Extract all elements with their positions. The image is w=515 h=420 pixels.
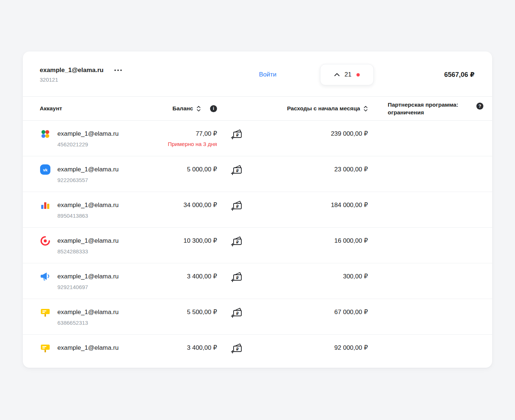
account-email: example_1@elama.ru [57,236,119,245]
account-balance: 5 000,00 ₽ [161,165,217,174]
account-id: 6386652313 [57,320,119,326]
wallet-topup-icon[interactable]: ₽ [230,342,244,356]
account-id: 8950413863 [57,213,119,219]
question-icon[interactable]: ? [476,103,483,110]
account-email: example_1@elama.ru [57,165,119,174]
wallet-topup-icon[interactable]: ₽ [230,306,244,320]
svg-text:₽: ₽ [236,347,239,351]
svg-text:₽: ₽ [236,312,239,316]
partner-restrictions [368,201,483,220]
svg-text:₽: ₽ [236,133,239,137]
svg-text:₽: ₽ [236,204,239,209]
account-expenses: 92 000,00 ₽ [258,344,368,360]
account-email: example_1@elama.ru [57,201,119,210]
account-row[interactable]: vk example_1@elama.ru 9222063557 5 000,0… [23,156,492,192]
account-row[interactable]: example_1@elama.ru 6386652313 5 500,00 ₽… [23,299,492,335]
account-row[interactable]: example_1@elama.ru 4562021229 77,00 ₽ Пр… [23,121,492,156]
user-id: 320121 [40,76,161,83]
sort-arrows-icon[interactable] [196,106,201,112]
account-expenses: 16 000,00 ₽ [258,236,368,256]
wallet-topup-icon[interactable]: ₽ [230,163,244,178]
column-balance-label: Баланс [173,105,193,112]
account-expenses: 23 000,00 ₽ [258,165,368,184]
target-icon [40,235,51,246]
account-balance: 3 400,00 ₽ [161,272,217,281]
account-email: example_1@elama.ru [57,344,119,352]
bar-chart-icon [40,200,51,211]
column-expenses-label: Расходы с начала месяца [287,105,360,112]
billboard-icon [40,342,51,353]
counter-value: 21 [345,71,352,78]
wallet-topup-icon[interactable]: ₽ [230,235,244,249]
account-email: example_1@elama.ru [57,272,119,281]
column-partner: Партнерская программа: ограничения ? [368,97,483,120]
sort-arrows-icon[interactable] [363,106,368,112]
ellipsis-icon[interactable] [113,68,123,72]
account-row[interactable]: example_1@elama.ru 8524288333 10 300,00 … [23,228,492,263]
account-balance: 5 500,00 ₽ [161,308,217,317]
svg-text:₽: ₽ [236,276,239,280]
column-account: Аккаунт [40,105,161,112]
partner-restrictions [368,165,483,184]
accounts-card: example_1@elama.ru 320121 Войти 21 6567,… [23,51,492,368]
account-balance: 10 300,00 ₽ [161,236,217,245]
account-row[interactable]: example_1@elama.ru 3 400,00 ₽ ₽ 92 000,0… [23,335,492,367]
account-email: example_1@elama.ru [57,129,119,138]
account-id: 9292140697 [57,284,119,290]
svg-text:₽: ₽ [236,169,239,173]
account-id: 9222063557 [57,177,119,183]
column-partner-line1: Партнерская программа: [388,102,458,108]
account-expenses: 184 000,00 ₽ [258,201,368,220]
account-balance: 77,00 ₽ [161,129,217,138]
partner-restrictions [368,308,483,327]
account-expenses: 300,00 ₽ [258,272,368,291]
balance-warning: Примерно на 3 дня [161,141,217,147]
account-id: 4562021229 [57,141,119,147]
account-balance: 3 400,00 ₽ [161,344,217,352]
billboard-icon [40,307,51,318]
account-row[interactable]: example_1@elama.ru 8950413863 34 000,00 … [23,192,492,228]
total-balance: 6567,06 ₽ [444,71,475,79]
vk-icon: vk [40,164,51,175]
user-email: example_1@elama.ru [40,67,103,74]
info-icon[interactable]: i [210,105,217,112]
account-balance: 34 000,00 ₽ [161,201,217,210]
collapse-counter-button[interactable]: 21 [320,64,374,85]
card-header: example_1@elama.ru 320121 Войти 21 6567,… [23,51,492,97]
megaphone-icon [40,271,51,282]
table-header: Аккаунт Баланс i Расходы с начала месяца… [23,97,492,121]
account-expenses: 67 000,00 ₽ [258,308,368,327]
account-email: example_1@elama.ru [57,308,119,317]
svg-text:vk: vk [43,168,48,172]
chevron-up-icon [334,73,340,76]
partner-restrictions [368,272,483,291]
account-expenses: 239 000,00 ₽ [258,129,368,149]
column-expenses: Расходы с начала месяца [258,105,368,112]
wallet-topup-icon[interactable]: ₽ [230,128,244,142]
partner-restrictions [368,236,483,256]
column-balance: Баланс i [161,105,217,112]
svg-text:₽: ₽ [236,240,239,244]
dots-icon [40,128,51,139]
column-partner-line2: ограничения [388,109,424,115]
partner-restrictions [368,344,483,360]
account-row[interactable]: example_1@elama.ru 9292140697 3 400,00 ₽… [23,263,492,299]
partner-restrictions [368,129,483,149]
login-link[interactable]: Войти [259,71,277,78]
user-block: example_1@elama.ru 320121 [40,67,161,83]
wallet-topup-icon[interactable]: ₽ [230,270,244,285]
red-dot [356,73,360,76]
wallet-topup-icon[interactable]: ₽ [230,199,244,213]
account-id: 8524288333 [57,248,119,255]
